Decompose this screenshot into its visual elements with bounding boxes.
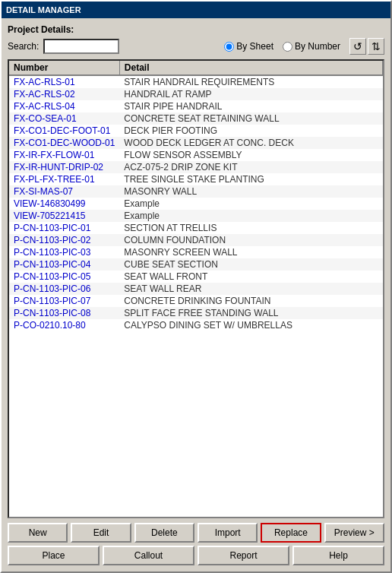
detail-manager-window: DETAIL MANAGER Project Details: Search: … [0,0,392,573]
cell-number: P-CN-1103-PIC-08 [9,307,119,319]
cell-number: P-CN-1103-PIC-01 [9,222,119,234]
table-row[interactable]: FX-IR-HUNT-DRIP-02ACZ-075-2 DRIP ZONE KI… [9,161,383,173]
table-row[interactable]: P-CN-1103-PIC-03MASONRY SCREEN WALL [9,246,383,258]
new-button[interactable]: New [8,523,68,543]
by-number-option[interactable]: By Number [283,41,340,52]
window-title: DETAIL MANAGER [6,5,81,14]
table-body: FX-AC-RLS-01STAIR HANDRAIL REQUIREMENTSF… [9,75,383,331]
cell-detail: SEAT WALL FRONT [119,271,382,283]
content-area: Project Details: Search: By Sheet By Num… [2,18,390,571]
cell-number: P-CN-1103-PIC-04 [9,258,119,271]
cell-detail: CONCRETE SEAT RETAINING WALL [119,112,382,125]
cell-number: FX-PL-FX-TREE-01 [9,173,119,185]
cell-number: FX-IR-FX-FLOW-01 [9,149,119,161]
table-row[interactable]: P-CN-1103-PIC-01SECTION AT TRELLIS [9,222,383,234]
search-label: Search: [8,41,39,52]
import-button[interactable]: Import [198,523,258,543]
by-number-label: By Number [295,41,340,52]
cell-number: FX-SI-MAS-07 [9,185,119,198]
table-row[interactable]: P-CN-1103-PIC-07CONCRETE DRINKING FOUNTA… [9,295,383,307]
table-row[interactable]: VIEW-146830499Example [9,198,383,210]
refresh-button[interactable]: ↺ [349,38,366,55]
icon-buttons: ↺ ⇅ [349,38,384,55]
table-row[interactable]: FX-PL-FX-TREE-01TREE SINGLE STAKE PLANTI… [9,173,383,185]
cell-number: FX-CO-SEA-01 [9,112,119,125]
cell-detail: SECTION AT TRELLIS [119,222,382,234]
cell-number: FX-AC-RLS-02 [9,88,119,100]
cell-detail: Example [119,198,382,210]
table-header-row: Number Detail [9,61,383,75]
column-header-detail: Detail [119,61,382,75]
table-row[interactable]: VIEW-705221415Example [9,210,383,222]
report-button[interactable]: Report [198,546,289,565]
cell-number: VIEW-705221415 [9,210,119,222]
by-sheet-label: By Sheet [236,41,273,52]
cell-number: VIEW-146830499 [9,198,119,210]
cell-detail: STAIR HANDRAIL REQUIREMENTS [119,75,382,88]
cell-detail: MASONRY SCREEN WALL [119,246,382,258]
by-sheet-option[interactable]: By Sheet [224,41,273,52]
table-row[interactable]: P-CN-1103-PIC-06SEAT WALL REAR [9,283,383,295]
table-row[interactable]: FX-AC-RLS-02HANDRAIL AT RAMP [9,88,383,100]
table-row[interactable]: FX-CO1-DEC-WOOD-01WOOD DECK LEDGER AT CO… [9,137,383,149]
table-row[interactable]: P-CN-1103-PIC-08SPLIT FACE FREE STANDING… [9,307,383,319]
by-sheet-radio[interactable] [224,42,234,52]
table-row[interactable]: FX-CO-SEA-01CONCRETE SEAT RETAINING WALL [9,112,383,125]
cell-number: P-CN-1103-PIC-02 [9,234,119,246]
cell-detail: CUBE SEAT SECTION [119,258,382,271]
cell-detail: CONCRETE DRINKING FOUNTAIN [119,295,382,307]
cell-detail: ACZ-075-2 DRIP ZONE KIT [119,161,382,173]
table-row[interactable]: FX-SI-MAS-07MASONRY WALL [9,185,383,198]
by-number-radio[interactable] [283,42,292,52]
cell-number: FX-CO1-DEC-FOOT-01 [9,125,119,137]
cell-detail: TREE SINGLE STAKE PLANTING [119,173,382,185]
table-row[interactable]: P-CO-0210.10-80CALYPSO DINING SET W/ UMB… [9,319,383,331]
cell-detail: SPLIT FACE FREE STANDING WALL [119,307,382,319]
table-row[interactable]: FX-AC-RLS-01STAIR HANDRAIL REQUIREMENTS [9,75,383,88]
callout-button[interactable]: Callout [103,546,194,565]
table-row[interactable]: P-CN-1103-PIC-02COLUMN FOUNDATION [9,234,383,246]
cell-number: P-CN-1103-PIC-06 [9,283,119,295]
bottom-buttons-row2: Place Callout Report Help [8,546,384,565]
title-bar: DETAIL MANAGER [2,2,390,18]
search-row: Search: By Sheet By Number ↺ ⇅ [8,38,384,55]
replace-button[interactable]: Replace [261,523,321,543]
project-details-label: Project Details: [8,24,384,35]
column-header-number: Number [9,61,119,75]
place-button[interactable]: Place [8,546,100,565]
cell-detail: COLUMN FOUNDATION [119,234,382,246]
cell-number: FX-AC-RLS-01 [9,75,119,88]
table-container: Number Detail FX-AC-RLS-01STAIR HANDRAIL… [8,59,384,518]
cell-detail: DECK PIER FOOTING [119,125,382,137]
cell-detail: SEAT WALL REAR [119,283,382,295]
cell-detail: CALYPSO DINING SET W/ UMBRELLAS [119,319,382,331]
cell-number: FX-IR-HUNT-DRIP-02 [9,161,119,173]
cell-number: FX-AC-RLS-04 [9,100,119,112]
cell-detail: HANDRAIL AT RAMP [119,88,382,100]
edit-button[interactable]: Edit [71,523,131,543]
cell-detail: Example [119,210,382,222]
cell-number: P-CN-1103-PIC-05 [9,271,119,283]
bottom-buttons-row1: New Edit Delete Import Replace Preview > [8,523,384,543]
cell-detail: WOOD DECK LEDGER AT CONC. DECK [119,137,382,149]
preview-button[interactable]: Preview > [324,523,384,543]
table-row[interactable]: P-CN-1103-PIC-04CUBE SEAT SECTION [9,258,383,271]
details-table: Number Detail FX-AC-RLS-01STAIR HANDRAIL… [9,61,383,331]
cell-number: FX-CO1-DEC-WOOD-01 [9,137,119,149]
search-input[interactable] [43,39,119,54]
cell-detail: FLOW SENSOR ASSEMBLY [119,149,382,161]
table-row[interactable]: FX-CO1-DEC-FOOT-01DECK PIER FOOTING [9,125,383,137]
delete-button[interactable]: Delete [134,523,194,543]
table-row[interactable]: FX-AC-RLS-04STAIR PIPE HANDRAIL [9,100,383,112]
cell-number: P-CN-1103-PIC-03 [9,246,119,258]
sort-button[interactable]: ⇅ [368,38,384,55]
table-row[interactable]: P-CN-1103-PIC-05SEAT WALL FRONT [9,271,383,283]
cell-number: P-CN-1103-PIC-07 [9,295,119,307]
table-row[interactable]: FX-IR-FX-FLOW-01FLOW SENSOR ASSEMBLY [9,149,383,161]
radio-group: By Sheet By Number ↺ ⇅ [224,38,384,55]
cell-detail: STAIR PIPE HANDRAIL [119,100,382,112]
cell-number: P-CO-0210.10-80 [9,319,119,331]
help-button[interactable]: Help [292,546,384,565]
cell-detail: MASONRY WALL [119,185,382,198]
